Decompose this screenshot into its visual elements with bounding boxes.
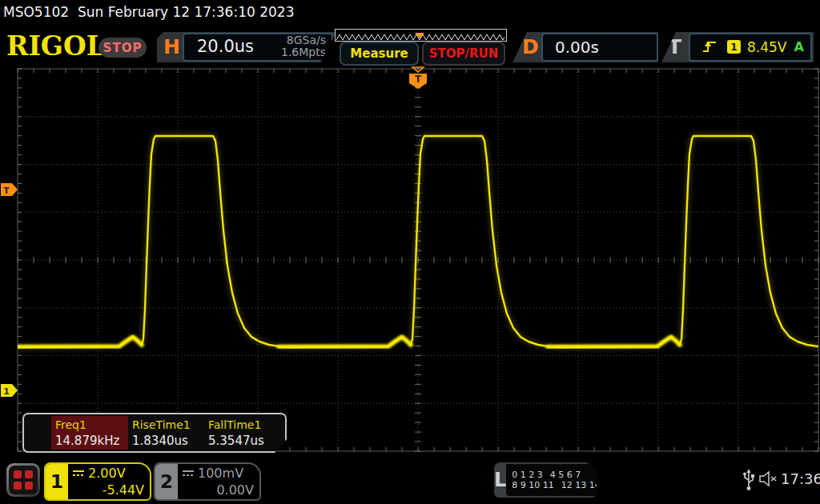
channel2-scale: 100mV: [198, 466, 243, 481]
channel2-number: 2: [155, 464, 178, 499]
channel1-offset: -5.44V: [102, 482, 144, 498]
channel2-widget[interactable]: 2 100mV 0.00V: [154, 462, 261, 501]
logic-row: 12 13 14 15: [561, 481, 597, 490]
usb-icon: [742, 469, 755, 491]
measurement-falltime1[interactable]: FallTime1 5.3547us: [204, 416, 281, 450]
channel1-number: 1: [46, 464, 68, 499]
measurement-freq1[interactable]: Freq1 14.879kHz: [51, 416, 128, 450]
measurement-value: 1.8340us: [132, 434, 188, 448]
channel1-scale: 2.00V: [88, 466, 126, 481]
logic-row: 8 9 10 11: [512, 481, 553, 490]
channel1-widget[interactable]: 1 2.00V -5.44V: [44, 462, 151, 501]
svg-text:1: 1: [3, 386, 10, 397]
logic-channel-list: 0 1 2 3 4 5 6 7 8 9 10 11 12 13 14 15: [506, 464, 597, 496]
logic-row: 4 5 6 7: [550, 470, 581, 480]
svg-text:T: T: [415, 74, 422, 85]
measurement-risetime1[interactable]: RiseTime1 1.8340us: [128, 416, 205, 450]
measurement-value: 5.3547us: [208, 434, 264, 448]
dc-coupling-icon: [72, 469, 85, 478]
measurement-label: RiseTime1: [132, 418, 191, 431]
speaker-muted-icon: [759, 471, 778, 486]
measurement-value: 14.879kHz: [55, 434, 119, 448]
clock: 17:36: [781, 470, 820, 487]
measurement-panel: Freq1 14.879kHz RiseTime1 1.8340us FallT…: [22, 413, 287, 453]
logic-channels-widget[interactable]: L 0 1 2 3 4 5 6 7 8 9 10 11 12 13 14 15: [494, 462, 597, 498]
measurement-label: Freq1: [55, 418, 86, 431]
logic-row: 0 1 2 3: [512, 470, 542, 480]
logic-label: L: [494, 462, 506, 498]
trigger-level-marker[interactable]: T: [1, 183, 18, 196]
measurement-label: FallTime1: [208, 418, 261, 431]
menu-button[interactable]: [6, 463, 40, 497]
svg-text:T: T: [3, 186, 10, 196]
oscilloscope-screen: MSO5102 Sun February 12 17:36:10 2023 RI…: [0, 0, 820, 504]
dc-coupling-icon: [182, 469, 195, 478]
channel2-offset: 0.00V: [216, 482, 254, 498]
channel1-ground-marker[interactable]: 1: [1, 384, 18, 397]
menu-grid-icon: [9, 466, 38, 494]
